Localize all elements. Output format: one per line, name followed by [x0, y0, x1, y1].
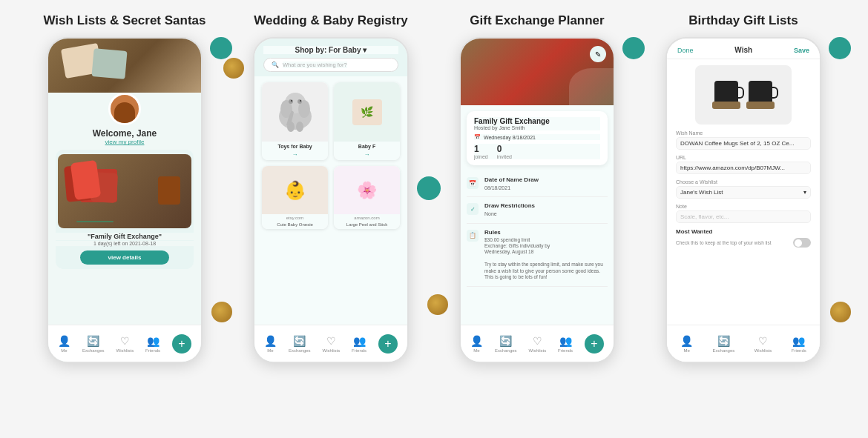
event-stats: 1 joined 0 invited [474, 144, 600, 159]
decorative-teal-circle [210, 37, 232, 59]
nav-exchanges-icon: 🔄 [87, 335, 99, 347]
nav-wishlists-icon: ♡ [120, 335, 130, 347]
nav4-friends-label: Friends [792, 348, 806, 353]
product-image-elephant [262, 82, 328, 142]
detail-row-namedrawn: 📅 Date of Name Draw 08/18/2021 [467, 171, 608, 197]
most-wanted-title: Most Wanted [676, 228, 811, 235]
nav4-me-label: Me [684, 348, 690, 353]
nav3-friends-label: Friends [558, 348, 573, 353]
profile-link[interactable]: view my profile [105, 139, 145, 145]
event-name: "Family Gift Exchange" [56, 233, 194, 240]
nav4-item-wishlists[interactable]: ♡ Wishlists [754, 335, 772, 353]
shop-by-selector[interactable]: Shop by: For Baby ▾ [263, 46, 398, 54]
product-card-etsy[interactable]: 👶 etsy.com Cute Baby Onesie [262, 166, 328, 229]
column-title-4: Birthday Gift Lists [688, 13, 798, 28]
product-label-toys: Toys for Baby [262, 142, 328, 151]
phone4-form: Wish Name DOWAN Coffee Mugs Set of 2, 15… [667, 130, 820, 297]
detail-content-rules: Rules $30.00 spending limit Exchange: Gi… [484, 229, 608, 281]
product-card-toys[interactable]: Toys for Baby → [262, 82, 328, 160]
phone3-edit-icon[interactable]: ✎ [590, 46, 606, 62]
nav-item-wishlists[interactable]: ♡ Wishlists [116, 335, 134, 353]
nav-item-me[interactable]: 👤 Me [58, 335, 70, 353]
nav2-item-exchanges[interactable]: 🔄 Exchanges [289, 335, 311, 353]
add-button[interactable]: + [172, 334, 191, 354]
stat-joined: 1 joined [474, 144, 488, 159]
nav4-wishlists-icon: ♡ [758, 335, 768, 347]
view-details-button[interactable]: view details [80, 250, 169, 265]
nav3-friends-icon: 👥 [559, 335, 572, 347]
stat-invited-num: 0 [497, 144, 512, 154]
mugs-container [714, 81, 772, 109]
decorative-teal-circle-4 [829, 37, 851, 59]
nav3-me-label: Me [473, 348, 479, 353]
most-wanted-field: Most Wanted Check this to keep at the to… [676, 228, 811, 248]
event-sub: 1 day(s) left on 2021-08-18 [56, 241, 194, 246]
phone1-bottom-nav: 👤 Me 🔄 Exchanges ♡ Wishlists 👥 Friends + [48, 325, 201, 362]
check-detail-icon: ✓ [467, 203, 479, 215]
nav4-me-icon: 👤 [680, 335, 693, 347]
product-source-amazon: amazon.com [334, 214, 400, 222]
nav3-item-exchanges[interactable]: 🔄 Exchanges [495, 335, 517, 353]
url-field: URL https://www.amazon.com/dp/B07MJW... [676, 155, 811, 174]
user-avatar [108, 93, 141, 125]
search-placeholder: What are you wishing for? [283, 62, 347, 68]
nav2-me-icon: 👤 [264, 335, 277, 347]
decorative-teal-circle-2 [417, 176, 441, 200]
product-desc-amazon: Large Peel and Stick [334, 222, 400, 229]
event-date: Wednesday 8/18/2021 [484, 135, 536, 140]
phone4-bottom-nav: 👤 Me 🔄 Exchanges ♡ Wishlists 👥 Friends [667, 325, 820, 362]
phone-screen-1: Welcome, Jane view my profile "Family Gi… [47, 37, 203, 363]
nav4-item-me[interactable]: 👤 Me [680, 335, 693, 353]
phone2-topbar: Shop by: For Baby ▾ 🔍 What are you wishi… [254, 39, 407, 76]
phone3-details: 📅 Date of Name Draw 08/18/2021 ✓ Draw Re… [461, 171, 614, 331]
nav3-item-friends[interactable]: 👥 Friends [558, 335, 573, 353]
most-wanted-toggle[interactable] [793, 238, 811, 248]
url-label: URL [676, 155, 811, 160]
wish-name-value[interactable]: DOWAN Coffee Mugs Set of 2, 15 OZ Ce... [676, 137, 811, 150]
note-field: Note Scale, flavor, etc... [676, 204, 811, 223]
nav4-item-friends[interactable]: 👥 Friends [792, 335, 806, 353]
nav3-item-me[interactable]: 👤 Me [470, 335, 483, 353]
nav-me-icon: 👤 [58, 335, 70, 347]
done-button[interactable]: Done [677, 47, 694, 54]
add-button-3[interactable]: + [585, 334, 604, 354]
product-card-baby[interactable]: 🌿 Baby F → [334, 82, 400, 160]
phone-screen-3: ✎ Family Gift Exchange Hosted by Jane Sm… [459, 37, 615, 363]
nav2-item-wishlists[interactable]: ♡ Wishlists [322, 335, 340, 353]
nav-item-exchanges[interactable]: 🔄 Exchanges [82, 335, 105, 353]
nav3-exchanges-icon: 🔄 [499, 335, 512, 347]
detail-row-rules: 📋 Rules $30.00 spending limit Exchange: … [467, 224, 608, 287]
nav4-exchanges-label: Exchanges [713, 348, 735, 353]
wishlist-select[interactable]: Jane's Wish List ▾ [676, 186, 811, 199]
nav2-item-me[interactable]: 👤 Me [264, 335, 277, 353]
nav-item-friends[interactable]: 👥 Friends [145, 335, 160, 353]
nav2-item-friends[interactable]: 👥 Friends [352, 335, 366, 353]
nav4-friends-icon: 👥 [792, 335, 805, 347]
nav-friends-icon: 👥 [147, 335, 160, 347]
wish-title: Wish [734, 46, 752, 54]
nav4-item-exchanges[interactable]: 🔄 Exchanges [713, 335, 735, 353]
svg-point-6 [289, 99, 293, 104]
save-button[interactable]: Save [794, 47, 809, 54]
search-bar[interactable]: 🔍 What are you wishing for? [263, 58, 398, 72]
stat-joined-num: 1 [474, 144, 488, 154]
product-card-amazon[interactable]: 🌸 amazon.com Large Peel and Stick [334, 166, 400, 229]
shop-by-label: Shop by: For Baby [295, 46, 361, 54]
stat-joined-label: joined [474, 154, 488, 159]
url-value[interactable]: https://www.amazon.com/dp/B07MJW... [676, 162, 811, 174]
product-arrow-1: → [262, 151, 328, 160]
stat-invited-label: invited [497, 154, 512, 159]
note-input[interactable]: Scale, flavor, etc... [676, 210, 811, 223]
stat-invited: 0 invited [497, 144, 512, 159]
detail-val-restrictions: None [484, 210, 535, 217]
wishlist-label: Choose a Wishlist [676, 179, 811, 185]
most-wanted-toggle-row: Check this to keep at the top of your wi… [676, 238, 811, 248]
decorative-teal-circle-3 [622, 37, 645, 59]
nav3-item-wishlists[interactable]: ♡ Wishlists [528, 335, 546, 353]
wishlist-selected-value: Jane's Wish List [680, 189, 723, 196]
nav-wishlists-label: Wishlists [116, 348, 134, 353]
detail-title-rules: Rules [484, 229, 608, 236]
wish-name-field: Wish Name DOWAN Coffee Mugs Set of 2, 15… [676, 130, 811, 150]
add-button-2[interactable]: + [378, 334, 398, 354]
mug-2 [749, 81, 772, 109]
